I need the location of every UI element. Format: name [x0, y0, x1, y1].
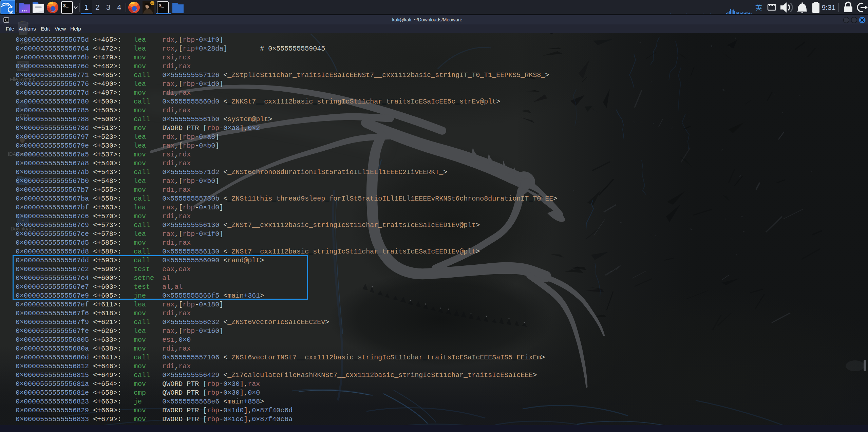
svg-text:Edit: Edit [41, 26, 50, 32]
svg-text:Help: Help [70, 26, 81, 32]
svg-text:View: View [55, 26, 66, 32]
svg-text:英: 英 [756, 4, 762, 11]
svg-text:1: 1 [84, 3, 89, 12]
svg-text:kali@kali: ~/Downloads/Meoware: kali@kali: ~/Downloads/Meoware [392, 17, 463, 22]
svg-text:4: 4 [117, 3, 121, 12]
svg-text:$_: $_ [159, 3, 164, 8]
svg-text:3: 3 [106, 3, 110, 12]
svg-text:$_: $_ [63, 3, 69, 8]
svg-text:2: 2 [95, 3, 99, 12]
svg-text:File: File [6, 26, 14, 32]
svg-text:9:31: 9:31 [822, 3, 836, 11]
